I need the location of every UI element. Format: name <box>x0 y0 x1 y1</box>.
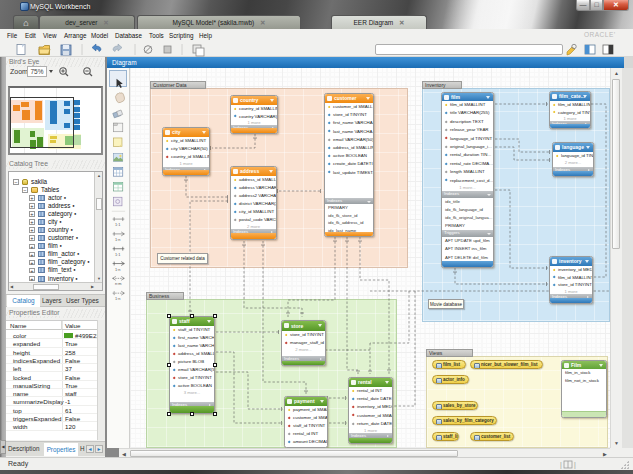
svg-text:1:1: 1:1 <box>115 252 120 257</box>
svg-text:n:m: n:m <box>115 281 122 286</box>
svg-text:1:1: 1:1 <box>115 222 120 227</box>
svg-text:1:n: 1:n <box>115 296 120 301</box>
svg-text:1:n: 1:n <box>115 267 120 272</box>
svg-text:|: | <box>574 461 576 469</box>
svg-text:|: | <box>560 461 562 469</box>
svg-text:1:n: 1:n <box>115 237 120 242</box>
